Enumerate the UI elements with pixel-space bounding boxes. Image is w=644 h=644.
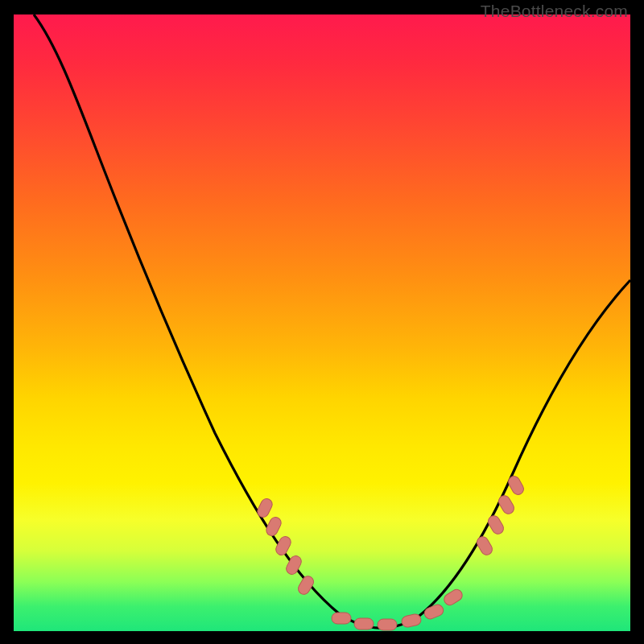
outer-frame: TheBottleneck.com (0, 0, 644, 644)
marker (274, 535, 292, 557)
marker-group-left (255, 497, 316, 597)
marker (296, 574, 316, 597)
marker (255, 497, 274, 519)
marker-group-right (475, 474, 526, 557)
chart-svg (14, 14, 630, 631)
marker (332, 613, 351, 624)
plot-area (14, 14, 630, 631)
watermark-text: TheBottleneck.com (481, 2, 628, 21)
marker (475, 535, 494, 557)
marker (378, 619, 397, 630)
bottleneck-curve (34, 14, 630, 628)
marker (354, 618, 374, 630)
marker (506, 474, 526, 497)
marker (486, 514, 506, 536)
marker (401, 613, 422, 629)
marker (264, 515, 283, 538)
marker (423, 603, 444, 621)
marker (497, 493, 516, 516)
marker-group-bottom (332, 588, 464, 630)
